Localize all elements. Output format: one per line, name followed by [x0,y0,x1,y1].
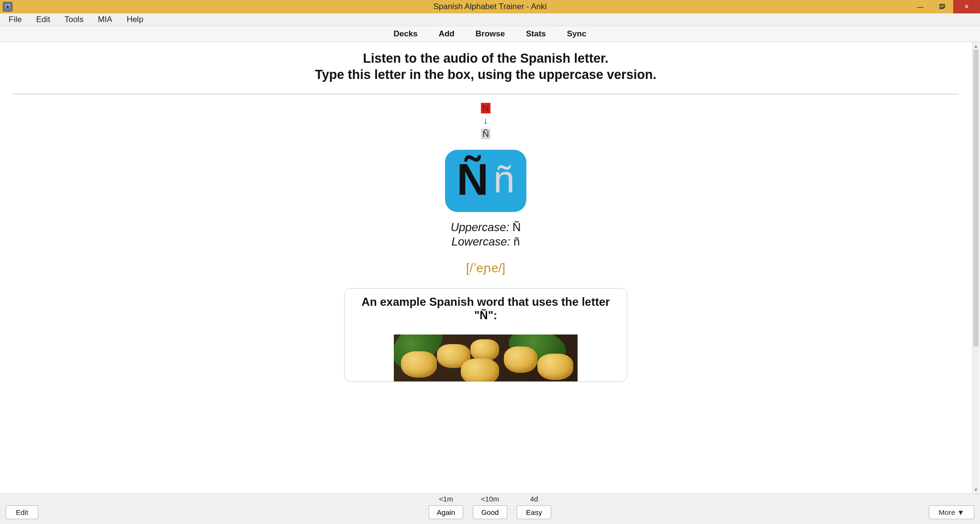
titlebar: Spanish Alphabet Trainer - Anki — ✕ [0,0,980,13]
edit-button[interactable]: Edit [6,505,38,519]
scroll-up-icon[interactable]: ▲ [972,42,980,50]
more-button[interactable]: More ▼ [929,505,974,519]
answer-good-col: <10m Good [473,495,507,519]
bottom-bar: Edit <1m Again <10m Good 4d Easy More ▼ [0,493,980,524]
letter-card: Ñ ñ [445,150,526,212]
lowercase-value: ñ [513,235,520,248]
card-content: Listen to the audio of the Spanish lette… [0,42,971,493]
correct-answer: Ñ [481,129,490,139]
toolbar: Decks Add Browse Stats Sync [0,26,980,42]
answer-buttons: <1m Again <10m Good 4d Easy [429,495,551,519]
typed-wrong: N [481,103,490,113]
uppercase-label: Uppercase: [451,221,510,234]
instruction-line-2: Type this letter in the box, using the u… [315,67,657,83]
menu-tools[interactable]: Tools [58,13,90,26]
window-title: Spanish Alphabet Trainer - Anki [433,2,546,11]
window-controls: — ✕ [909,0,980,13]
menubar: File Edit Tools MIA Help [0,13,980,26]
toolbar-sync[interactable]: Sync [565,27,589,41]
big-uppercase: Ñ [457,157,489,201]
uppercase-value: Ñ [512,221,521,234]
minimize-button[interactable]: — [909,0,931,13]
svg-rect-2 [941,4,945,8]
app-icon [3,2,12,11]
instruction-line-1: Listen to the audio of the Spanish lette… [363,51,608,67]
maximize-button[interactable] [931,0,953,13]
example-box: An example Spanish word that uses the le… [344,288,627,382]
answer-again-time: <1m [439,495,453,503]
ipa-pronunciation: [/ˈeɲe/] [466,261,505,276]
divider [13,94,958,94]
answer-good-time: <10m [481,495,499,503]
scrollbar-thumb[interactable] [973,50,979,346]
toolbar-browse[interactable]: Browse [474,27,507,41]
answer-easy-col: 4d Easy [517,495,551,519]
arrow-down-icon: ↓ [483,115,488,128]
menu-edit[interactable]: Edit [29,13,56,26]
answer-easy-time: 4d [530,495,538,503]
scroll-down-icon[interactable]: ▼ [972,486,980,493]
type-compare: N ↓ Ñ [481,103,490,140]
svg-rect-1 [939,5,943,9]
answer-again-button[interactable]: Again [429,505,463,519]
toolbar-add[interactable]: Add [437,27,457,41]
vertical-scrollbar[interactable]: ▲ ▼ [972,42,980,493]
big-lowercase: ñ [493,160,515,199]
close-button[interactable]: ✕ [953,0,980,13]
uppercase-line: Uppercase: Ñ [451,221,521,234]
example-title: An example Spanish word that uses the le… [354,295,617,322]
answer-again-col: <1m Again [429,495,463,519]
lowercase-label: Lowercase: [452,235,511,248]
card-area: Listen to the audio of the Spanish lette… [0,42,980,493]
lowercase-line: Lowercase: ñ [452,235,520,248]
toolbar-stats[interactable]: Stats [524,27,548,41]
toolbar-decks[interactable]: Decks [392,27,420,41]
menu-file[interactable]: File [2,13,28,26]
menu-help[interactable]: Help [120,13,150,26]
example-image [394,334,578,381]
answer-easy-button[interactable]: Easy [517,505,551,519]
answer-good-button[interactable]: Good [473,505,507,519]
menu-mia[interactable]: MIA [91,13,119,26]
